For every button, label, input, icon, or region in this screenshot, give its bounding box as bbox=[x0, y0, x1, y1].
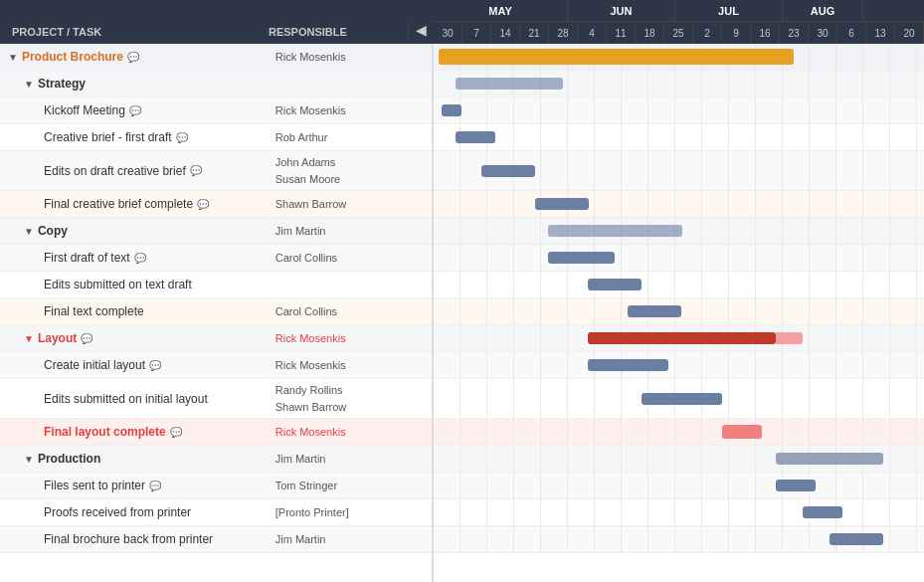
month-aug: AUG bbox=[783, 0, 863, 21]
expand-icon-layout[interactable]: ▼ bbox=[24, 333, 34, 344]
bar-layout bbox=[588, 332, 776, 344]
row-layout: ▼ Layout 💬 Rick Mosenkis bbox=[0, 325, 432, 352]
gantt-header: PROJECT / TASK RESPONSIBLE ◀ MAY JUN JUL… bbox=[0, 0, 924, 44]
task-text-product-brochure: Product Brochure bbox=[22, 50, 123, 64]
t-row-proofs-printer bbox=[434, 499, 924, 526]
t-row-final-brochure bbox=[434, 526, 924, 553]
task-text-strategy: Strategy bbox=[38, 77, 86, 91]
task-name-first-draft-text: First draft of text 💬 bbox=[0, 251, 268, 265]
week-11: 11 bbox=[607, 22, 636, 44]
expand-icon-strategy[interactable]: ▼ bbox=[24, 79, 34, 90]
task-text-final-brochure: Final brochure back from printer bbox=[44, 532, 213, 546]
t-row-kickoff bbox=[434, 97, 924, 124]
row-final-layout: Final layout complete 💬 Rick Mosenkis bbox=[0, 419, 432, 446]
week-30b: 30 bbox=[809, 22, 837, 44]
comment-icon-final-layout[interactable]: 💬 bbox=[170, 427, 182, 438]
t-row-final-creative bbox=[434, 191, 924, 218]
bar-final-brochure bbox=[830, 533, 883, 545]
task-text-final-text: Final text complete bbox=[44, 304, 144, 318]
week-30: 30 bbox=[434, 22, 462, 44]
week-4: 4 bbox=[578, 22, 607, 44]
t-row-layout bbox=[434, 325, 924, 352]
task-text-first-draft: First draft of text bbox=[44, 251, 130, 265]
comment-icon-final-creative[interactable]: 💬 bbox=[197, 199, 209, 210]
row-edits-text: Edits submitted on text draft bbox=[0, 272, 432, 298]
comment-icon-product[interactable]: 💬 bbox=[127, 52, 139, 63]
expand-icon-copy[interactable]: ▼ bbox=[24, 226, 34, 237]
bar-first-draft-text bbox=[548, 252, 615, 264]
task-text-edits-text: Edits submitted on text draft bbox=[44, 278, 192, 291]
week-20: 20 bbox=[895, 22, 924, 44]
task-name-proofs-printer: Proofs received from printer bbox=[0, 505, 268, 519]
comment-icon-creative[interactable]: 💬 bbox=[176, 132, 188, 143]
bar-create-layout bbox=[588, 359, 668, 371]
month-jul: JUL bbox=[675, 0, 783, 21]
comment-icon-create-layout[interactable]: 💬 bbox=[149, 360, 161, 371]
bar-files-printer bbox=[776, 480, 816, 491]
bar-final-layout bbox=[722, 425, 762, 439]
header-nav-left[interactable]: ◀ bbox=[408, 22, 434, 38]
task-name-files-printer: Files sent to printer 💬 bbox=[0, 479, 268, 492]
bar-edits-text bbox=[588, 279, 642, 291]
week-25: 25 bbox=[664, 22, 693, 44]
left-arrow-icon[interactable]: ◀ bbox=[416, 22, 427, 38]
row-copy: ▼ Copy Jim Martin bbox=[0, 218, 432, 245]
bar-product-brochure bbox=[439, 49, 794, 65]
t-row-creative-first bbox=[434, 124, 924, 151]
row-final-creative: Final creative brief complete 💬 Shawn Ba… bbox=[0, 191, 432, 218]
task-name-edits-layout: Edits submitted on initial layout bbox=[0, 392, 268, 406]
bar-final-text bbox=[628, 305, 681, 317]
header-responsible-label: RESPONSIBLE bbox=[269, 26, 408, 38]
expand-icon-production[interactable]: ▼ bbox=[24, 454, 34, 465]
row-files-printer: Files sent to printer 💬 Tom Stringer bbox=[0, 473, 432, 499]
row-first-draft-text: First draft of text 💬 Carol Collins bbox=[0, 245, 432, 272]
task-text-edits-layout: Edits submitted on initial layout bbox=[44, 392, 208, 406]
task-text-proofs-printer: Proofs received from printer bbox=[44, 505, 191, 519]
month-jun: JUN bbox=[568, 0, 675, 21]
t-row-product-brochure bbox=[434, 44, 924, 71]
timeline-panel bbox=[434, 44, 924, 582]
bar-final-creative bbox=[535, 198, 589, 210]
bar-kickoff bbox=[442, 104, 462, 116]
task-name-final-creative: Final creative brief complete 💬 bbox=[0, 197, 268, 211]
responsible-final-creative: Shawn Barrow bbox=[268, 197, 406, 211]
responsible-product-brochure: Rick Mosenkis bbox=[268, 50, 406, 64]
comment-icon-files-printer[interactable]: 💬 bbox=[149, 481, 161, 491]
row-product-brochure: ▼ Product Brochure 💬 Rick Mosenkis bbox=[0, 44, 432, 71]
comment-icon-first-draft[interactable]: 💬 bbox=[134, 253, 146, 264]
row-strategy: ▼ Strategy bbox=[0, 71, 432, 97]
week-16: 16 bbox=[751, 22, 780, 44]
week-23: 23 bbox=[780, 22, 809, 44]
responsible-layout: Rick Mosenkis bbox=[268, 331, 406, 345]
timeline-header: MAY JUN JUL AUG 30 7 14 21 28 4 11 18 25… bbox=[434, 0, 924, 44]
comment-icon-layout[interactable]: 💬 bbox=[81, 333, 92, 344]
bar-strategy bbox=[456, 78, 563, 90]
task-text-creative-first: Creative brief - first draft bbox=[44, 130, 172, 144]
comment-icon-kickoff[interactable]: 💬 bbox=[129, 105, 141, 116]
task-text-final-layout: Final layout complete bbox=[44, 425, 166, 439]
t-row-strategy bbox=[434, 71, 924, 97]
week-2: 2 bbox=[693, 22, 722, 44]
comment-icon-edits-creative[interactable]: 💬 bbox=[190, 165, 202, 176]
task-name-kickoff: Kickoff Meeting 💬 bbox=[0, 103, 268, 117]
week-21: 21 bbox=[520, 22, 549, 44]
t-row-first-draft-text bbox=[434, 245, 924, 272]
expand-icon-product[interactable]: ▼ bbox=[8, 52, 18, 63]
task-name-production: ▼ Production bbox=[0, 452, 268, 466]
responsible-copy: Jim Martin bbox=[268, 224, 406, 238]
task-name-final-brochure: Final brochure back from printer bbox=[0, 532, 268, 546]
week-row: 30 7 14 21 28 4 11 18 25 2 9 16 23 30 6 … bbox=[434, 22, 924, 44]
row-create-layout: Create initial layout 💬 Rick Mosenkis bbox=[0, 352, 432, 379]
responsible-edits-creative: John AdamsSusan Moore bbox=[268, 154, 406, 187]
header-left: PROJECT / TASK RESPONSIBLE ◀ bbox=[0, 0, 434, 44]
week-9: 9 bbox=[722, 22, 751, 44]
timeline-rows bbox=[434, 44, 924, 582]
task-name-final-layout: Final layout complete 💬 bbox=[0, 425, 268, 439]
t-row-production bbox=[434, 446, 924, 473]
row-production: ▼ Production Jim Martin bbox=[0, 446, 432, 473]
row-proofs-printer: Proofs received from printer [Pronto Pri… bbox=[0, 499, 432, 526]
week-6: 6 bbox=[837, 22, 866, 44]
task-text-edits-creative: Edits on draft creative brief bbox=[44, 164, 186, 178]
t-row-edits-text bbox=[434, 272, 924, 298]
row-edits-creative: Edits on draft creative brief 💬 John Ada… bbox=[0, 151, 432, 191]
